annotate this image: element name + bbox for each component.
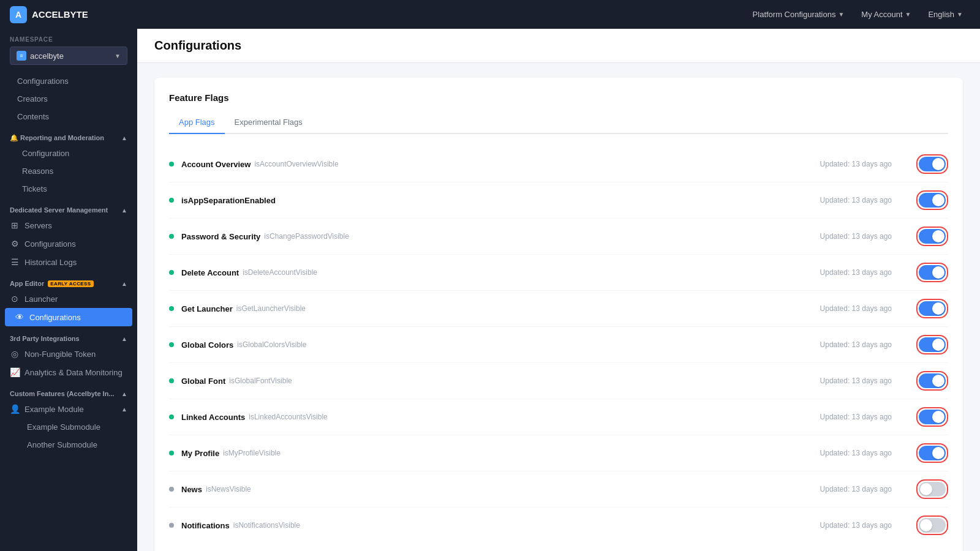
- toggle-notifications[interactable]: [919, 518, 946, 533]
- sidebar-item-contents[interactable]: Contents: [0, 108, 137, 126]
- sidebar-item-example-submodule[interactable]: Example Submodule: [0, 418, 137, 436]
- sidebar-item-historical-logs[interactable]: ☰ Historical Logs: [0, 253, 137, 271]
- toggle-wrap: [916, 479, 948, 499]
- flag-name: isAppSeparationEnabled: [181, 196, 276, 205]
- chevron-up-icon: ▲: [121, 280, 127, 287]
- card-title: Feature Flags: [169, 92, 948, 103]
- tab-app-flags[interactable]: App Flags: [169, 113, 225, 134]
- namespace-section: NAMESPACE ≡ accelbyte ▼: [0, 29, 137, 70]
- sidebar-section-header-3rd-party[interactable]: 3rd Party Integrations ▲: [0, 329, 137, 345]
- toggle-delete-account[interactable]: [919, 265, 946, 280]
- flag-info: Notifications isNotificationsVisible: [181, 521, 782, 530]
- toggle-app-separation[interactable]: [919, 193, 946, 208]
- sidebar-item-reasons[interactable]: Reasons: [0, 162, 137, 180]
- flag-info: Linked Accounts isLinkedAccountsVisible: [181, 413, 782, 422]
- page-title: Configurations: [154, 39, 963, 53]
- sidebar-item-creators[interactable]: Creators: [0, 90, 137, 108]
- sidebar-section-3rd-party: 3rd Party Integrations ▲ ◎ Non-Fungible …: [0, 329, 137, 381]
- toggle-wrap: [916, 371, 948, 391]
- sidebar-item-app-configurations[interactable]: 👁 Configurations: [5, 308, 132, 326]
- chevron-up-icon: ▲: [121, 335, 127, 342]
- toggle-global-colors[interactable]: [919, 337, 946, 352]
- flag-key: isGetLauncherVisible: [236, 304, 306, 313]
- toggle-wrap: [916, 154, 948, 174]
- flag-updated: Updated: 13 days ago: [782, 485, 892, 493]
- launcher-icon: ⊙: [10, 294, 20, 304]
- top-navigation: A ACCELBYTE Platform Configurations ▼ My…: [0, 0, 980, 29]
- flag-name: Delete Account: [181, 268, 239, 277]
- toggle-account-overview[interactable]: [919, 157, 946, 171]
- toggle-wrap: [916, 263, 948, 282]
- toggle-thumb: [932, 230, 944, 242]
- sidebar-section-header-reporting[interactable]: 🔔 Reporting and Moderation ▲: [0, 128, 137, 144]
- platform-config-button[interactable]: Platform Configurations ▼: [745, 6, 852, 23]
- flag-updated: Updated: 13 days ago: [782, 340, 892, 349]
- sidebar: NAMESPACE ≡ accelbyte ▼ Configurations C…: [0, 29, 137, 551]
- user-icon: 👤: [10, 404, 20, 414]
- toggle-wrap: [916, 335, 948, 354]
- sidebar-item-configurations[interactable]: Configurations: [0, 72, 137, 90]
- flag-row: My Profile isMyProfileVisible Updated: 1…: [169, 435, 948, 471]
- sidebar-item-example-module[interactable]: 👤 Example Module ▲: [0, 400, 137, 418]
- flag-row: Delete Account isDeleteAccountVisible Up…: [169, 255, 948, 291]
- feature-flags-card: Feature Flags App Flags Experimental Fla…: [154, 78, 963, 551]
- sidebar-item-analytics[interactable]: 📈 Analytics & Data Monitoring: [0, 363, 137, 381]
- toggle-linked-accounts[interactable]: [919, 410, 946, 424]
- flag-status-dot: [169, 487, 174, 492]
- flag-status-dot: [169, 414, 174, 419]
- sidebar-item-report-config[interactable]: Configuration: [0, 144, 137, 162]
- flag-updated: Updated: 13 days ago: [782, 521, 892, 530]
- toggle-password-security[interactable]: [919, 229, 946, 244]
- flag-info: Account Overview isAccountOverviewVisibl…: [181, 160, 782, 169]
- flag-status-dot: [169, 198, 174, 203]
- toggle-news[interactable]: [919, 482, 946, 497]
- flag-key: isLinkedAccountsVisible: [249, 413, 328, 421]
- flag-info: Delete Account isDeleteAccountVisible: [181, 268, 782, 277]
- namespace-selector[interactable]: ≡ accelbyte ▼: [10, 47, 127, 65]
- sidebar-item-tickets[interactable]: Tickets: [0, 180, 137, 198]
- flag-name: Global Colors: [181, 340, 233, 350]
- toggle-get-launcher[interactable]: [919, 301, 946, 316]
- flag-name: Global Font: [181, 377, 225, 386]
- sidebar-item-ds-configurations[interactable]: ⚙ Configurations: [0, 234, 137, 253]
- chevron-up-icon: ▲: [121, 391, 127, 397]
- flag-updated: Updated: 13 days ago: [782, 377, 892, 385]
- chevron-down-icon: ▼: [905, 11, 911, 18]
- toggle-thumb: [932, 302, 944, 315]
- flag-row: isAppSeparationEnabled Updated: 13 days …: [169, 182, 948, 219]
- flag-row: Password & Security isChangePasswordVisi…: [169, 219, 948, 255]
- tab-experimental-flags[interactable]: Experimental Flags: [225, 113, 312, 134]
- flag-key: isNotificationsVisible: [233, 521, 300, 530]
- sidebar-section-header-app-editor[interactable]: App Editor EARLY ACCESS ▲: [0, 274, 137, 290]
- namespace-label: NAMESPACE: [10, 36, 127, 43]
- top-nav-right: Platform Configurations ▼ My Account ▼ E…: [745, 6, 970, 23]
- flag-row: Notifications isNotificationsVisible Upd…: [169, 508, 948, 543]
- toggle-my-profile[interactable]: [919, 446, 946, 460]
- sidebar-item-launcher[interactable]: ⊙ Launcher: [0, 290, 137, 308]
- sidebar-item-servers[interactable]: ⊞ Servers: [0, 216, 137, 234]
- language-button[interactable]: English ▼: [921, 6, 970, 23]
- logo-text: ACCELBYTE: [32, 9, 88, 20]
- flag-row: Global Font isGlobalFontVisible Updated:…: [169, 363, 948, 399]
- sidebar-section-header-dedicated-server[interactable]: Dedicated Server Management ▲: [0, 200, 137, 216]
- flag-key: isMyProfileVisible: [223, 449, 281, 457]
- toggle-wrap: [916, 190, 948, 210]
- toggle-thumb: [920, 483, 932, 495]
- tabs-container: App Flags Experimental Flags: [169, 113, 948, 134]
- sidebar-item-another-submodule[interactable]: Another Submodule: [0, 436, 137, 454]
- flag-updated: Updated: 13 days ago: [782, 268, 892, 277]
- flag-updated: Updated: 13 days ago: [782, 413, 892, 421]
- flag-key: isGlobalFontVisible: [229, 377, 292, 385]
- chevron-down-icon: ▼: [115, 53, 121, 59]
- sidebar-section-header-custom-features[interactable]: Custom Features (Accelbyte In... ▲: [0, 384, 137, 400]
- flag-key: isNewsVisible: [206, 485, 251, 493]
- toggle-thumb: [932, 158, 944, 170]
- flag-row: Get Launcher isGetLauncherVisible Update…: [169, 291, 948, 327]
- toggle-wrap: [916, 407, 948, 427]
- toggle-thumb: [932, 339, 944, 351]
- flag-info: Password & Security isChangePasswordVisi…: [181, 232, 782, 241]
- my-account-button[interactable]: My Account ▼: [854, 6, 918, 23]
- flag-info: isAppSeparationEnabled: [181, 196, 782, 205]
- sidebar-item-nft[interactable]: ◎ Non-Fungible Token: [0, 345, 137, 363]
- toggle-global-font[interactable]: [919, 373, 946, 388]
